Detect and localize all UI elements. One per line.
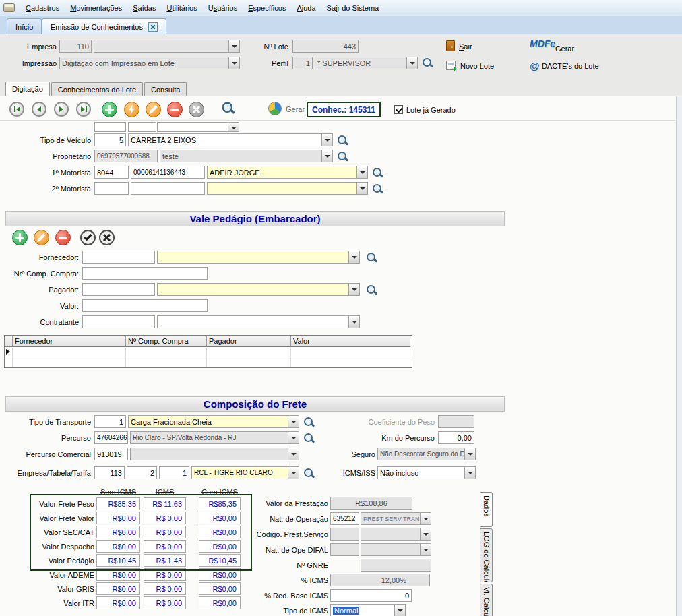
novo-lote-button[interactable]: Novo Lote <box>460 62 494 70</box>
last-record-button[interactable] <box>76 102 91 117</box>
motorista1-code-field[interactable]: 8044 <box>94 166 129 179</box>
km-percurso-field[interactable]: 0,00 <box>438 431 474 444</box>
menu-item[interactable]: Usuários <box>203 1 243 16</box>
dropdown-arrow-icon[interactable] <box>321 150 332 162</box>
tab-emissao-conhecimentos[interactable]: Emissão de Conhecimentos <box>42 18 166 34</box>
tipo-transporte-combo[interactable]: Carga Fracionada Cheia <box>128 415 299 428</box>
motorista2-combo[interactable] <box>207 182 368 195</box>
empresa-code-field[interactable]: 110 <box>59 40 92 53</box>
valores-sem-icms-cell[interactable]: R$85,35 <box>96 497 140 510</box>
gnre-field[interactable] <box>361 559 431 572</box>
nat-difal-code-field[interactable] <box>330 543 359 556</box>
vale-grid-cell[interactable] <box>291 357 410 367</box>
menu-item[interactable]: Sair do Sistema <box>321 1 385 16</box>
gerar-button[interactable]: Gerar <box>286 105 305 113</box>
subtab-digita-o[interactable]: Digitação <box>5 82 50 96</box>
percurso-code-field[interactable]: 47604266 <box>94 431 128 444</box>
percurso-comercial-code-field[interactable]: 913019 <box>94 448 128 460</box>
tarifa-empresa-field[interactable]: 113 <box>94 466 125 479</box>
proprietario-search-icon[interactable] <box>337 151 348 162</box>
dropdown-arrow-icon[interactable] <box>288 416 299 427</box>
valores-icms-cell[interactable]: R$ 0,00 <box>144 540 186 553</box>
dropdown-arrow-icon[interactable] <box>420 513 431 524</box>
comp-compra-field[interactable] <box>82 267 208 280</box>
side-tab-log-do-c-lculo[interactable]: LOG do Cálculo <box>480 528 493 582</box>
valores-sem-icms-cell[interactable]: R$10,45 <box>96 554 140 567</box>
nat-difal-combo[interactable] <box>361 543 431 556</box>
dropdown-arrow-icon[interactable] <box>348 316 359 328</box>
dropdown-arrow-icon[interactable] <box>288 467 299 479</box>
mdfe-gerar-button[interactable]: Gerar <box>555 44 574 53</box>
tipo-transporte-search-icon[interactable] <box>303 417 315 428</box>
lote-field[interactable]: 443 <box>292 40 359 53</box>
novo-lote-icon[interactable] <box>446 61 456 70</box>
nat-operacao-code-field[interactable]: 635212 <box>330 512 359 525</box>
valores-com-icms-cell[interactable]: R$0,00 <box>199 540 241 553</box>
coeficiente-peso-field[interactable] <box>438 415 474 428</box>
proprietario-combo[interactable]: teste <box>160 150 333 162</box>
tarifa-tabela-field[interactable]: 2 <box>127 466 157 479</box>
impressao-combo[interactable]: Digitação com Impressão em Lote <box>59 57 240 69</box>
dropdown-arrow-icon[interactable] <box>394 605 405 616</box>
motorista1-doc-field[interactable]: 00006141136443 <box>131 166 205 179</box>
valor-prestacao-field[interactable]: R$108,86 <box>330 497 412 510</box>
tarifa-numero-field[interactable]: 1 <box>159 466 189 479</box>
dropdown-arrow-icon[interactable] <box>228 57 239 69</box>
valores-icms-cell[interactable]: R$ 1,43 <box>144 554 186 567</box>
tipo-transporte-code-field[interactable]: 1 <box>94 415 126 428</box>
percurso-search-icon[interactable] <box>303 433 315 444</box>
codigo-prest-code-field[interactable] <box>330 528 359 541</box>
pagador-code-field[interactable] <box>82 283 155 296</box>
vale-edit-button[interactable] <box>34 230 49 245</box>
perfil-combo[interactable]: * SUPERVISOR <box>315 57 418 69</box>
vale-grid-cell[interactable] <box>126 357 207 367</box>
fornecedor-combo[interactable] <box>157 251 360 264</box>
first-record-button[interactable] <box>9 102 24 117</box>
search-icon[interactable] <box>221 101 235 115</box>
subtab-conhecimentos-do-lote[interactable]: Conhecimentos do Lote <box>51 82 143 96</box>
contratante-combo[interactable] <box>157 315 360 328</box>
motorista1-combo[interactable]: ADEIR JORGE <box>207 166 368 179</box>
dacte-at-icon[interactable]: @ <box>530 60 540 71</box>
valores-icms-cell[interactable]: R$ 0,00 <box>144 596 186 609</box>
subtab-consulta[interactable]: Consulta <box>144 82 187 96</box>
vale-grid-cell[interactable] <box>291 347 410 357</box>
proprietario-code-field[interactable]: 06979577000688 <box>94 150 158 162</box>
tipo-veiculo-code-field[interactable]: 5 <box>94 133 126 146</box>
vale-delete-button[interactable] <box>55 230 71 245</box>
dropdown-arrow-icon[interactable] <box>228 40 239 52</box>
tipo-veiculo-search-icon[interactable] <box>337 135 348 146</box>
dropdown-arrow-icon[interactable] <box>420 528 431 540</box>
dropdown-arrow-icon[interactable] <box>348 251 359 263</box>
clipped-field[interactable] <box>94 122 126 132</box>
seguro-combo[interactable]: Não Descontar Seguro do Frete P <box>377 448 476 460</box>
empresa-combo[interactable] <box>94 40 240 53</box>
cancel-button[interactable] <box>189 102 204 117</box>
tarifa-combo[interactable]: RCL - TIGRE RIO CLARO <box>191 466 299 479</box>
pagador-combo[interactable] <box>157 283 360 296</box>
add-button[interactable] <box>102 102 117 117</box>
valores-sem-icms-cell[interactable]: R$0,00 <box>96 596 140 609</box>
side-tab-dados[interactable]: Dados <box>480 492 493 527</box>
percurso-comercial-combo[interactable] <box>130 448 299 460</box>
vale-grid-row[interactable] <box>5 357 412 367</box>
side-tab-vl-calcula[interactable]: Vl. Calcula <box>480 584 493 616</box>
dropdown-arrow-icon[interactable] <box>464 448 475 460</box>
vale-cancel-button[interactable] <box>99 230 115 245</box>
clipped-combo[interactable] <box>157 122 239 132</box>
valor-field[interactable] <box>82 299 208 312</box>
menu-item[interactable]: Utilitários <box>161 1 202 16</box>
dropdown-arrow-icon[interactable] <box>356 183 367 194</box>
valores-icms-cell[interactable]: R$ 0,00 <box>144 582 186 595</box>
vale-add-button[interactable] <box>12 230 28 245</box>
menu-item[interactable]: Cadastros <box>20 1 65 16</box>
dropdown-arrow-icon[interactable] <box>420 544 431 555</box>
motorista2-search-icon[interactable] <box>372 183 383 195</box>
menu-item[interactable]: Ajuda <box>291 1 321 16</box>
dropdown-arrow-icon[interactable] <box>228 123 239 131</box>
dropdown-arrow-icon[interactable] <box>356 166 367 178</box>
motorista2-code-field[interactable] <box>94 182 129 195</box>
codigo-prest-combo[interactable] <box>361 528 431 541</box>
fornecedor-search-icon[interactable] <box>366 252 377 264</box>
icms-pct-field[interactable]: 12,00% <box>330 574 430 586</box>
